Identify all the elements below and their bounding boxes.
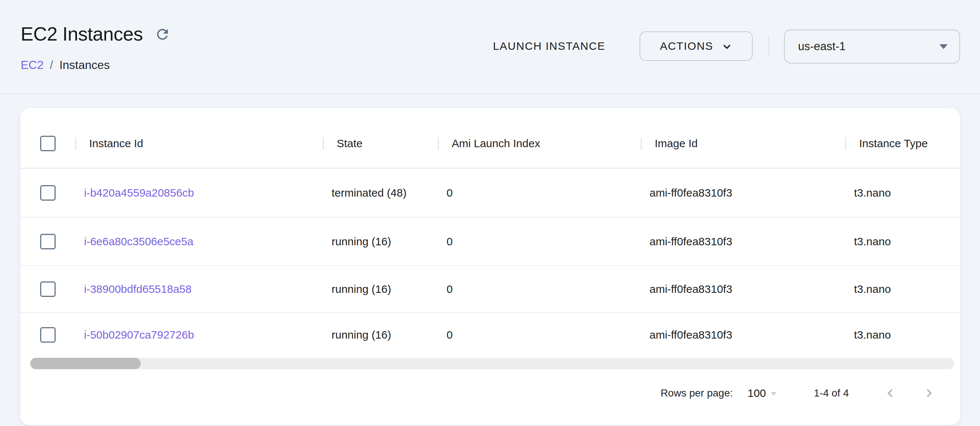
- table-row: i-6e6a80c3506e5ce5a running (16) 0 ami-f…: [20, 218, 960, 266]
- rows-per-page-value: 100: [748, 387, 766, 399]
- caret-down-icon: [939, 43, 948, 49]
- horizontal-scrollbar-thumb[interactable]: [30, 358, 141, 369]
- column-header-ami-launch-index[interactable]: Ami Launch Index: [438, 137, 641, 150]
- instance-type-cell: t3.nano: [845, 187, 960, 199]
- column-header-instance-type[interactable]: Instance Type: [845, 137, 960, 150]
- ami-launch-index-cell: 0: [438, 235, 641, 248]
- instance-id-link[interactable]: i-6e6a80c3506e5ce5a: [84, 235, 193, 248]
- table-header-row: Instance Id State Ami Launch Index Image…: [20, 108, 960, 169]
- image-id-cell: ami-ff0fea8310f3: [641, 187, 845, 199]
- select-all-checkbox[interactable]: [40, 136, 56, 151]
- instances-card: Instance Id State Ami Launch Index Image…: [20, 108, 960, 425]
- state-cell: running (16): [323, 283, 438, 295]
- horizontal-scrollbar-track[interactable]: [30, 358, 954, 369]
- region-selector-value: us-east-1: [798, 40, 846, 53]
- column-separator: [641, 137, 642, 150]
- ami-launch-index-cell: 0: [438, 283, 641, 295]
- header-divider: [0, 94, 980, 94]
- row-checkbox[interactable]: [40, 327, 56, 343]
- actions-button[interactable]: ACTIONS: [640, 31, 752, 61]
- table-row: i-b420a4559a20856cb terminated (48) 0 am…: [20, 169, 960, 218]
- breadcrumb-link-ec2[interactable]: EC2: [21, 58, 43, 72]
- select-all-cell: [20, 136, 75, 151]
- next-page-button[interactable]: [922, 386, 937, 400]
- column-header-image-id[interactable]: Image Id: [641, 137, 845, 150]
- breadcrumb-current: Instances: [59, 58, 110, 72]
- instance-id-link[interactable]: i-b420a4559a20856cb: [84, 187, 194, 199]
- state-cell: running (16): [323, 235, 438, 248]
- refresh-icon: [154, 26, 170, 42]
- instance-type-cell: t3.nano: [845, 235, 960, 248]
- row-checkbox[interactable]: [40, 185, 56, 201]
- instance-type-cell: t3.nano: [845, 329, 960, 341]
- ami-launch-index-cell: 0: [438, 187, 641, 199]
- column-separator: [323, 137, 324, 150]
- table-row: i-38900bdfd65518a58 running (16) 0 ami-f…: [20, 266, 960, 313]
- pagination-range: 1-4 of 4: [814, 387, 849, 399]
- image-id-cell: ami-ff0fea8310f3: [641, 283, 845, 295]
- actions-button-label: ACTIONS: [660, 40, 713, 53]
- previous-page-button[interactable]: [883, 386, 897, 400]
- page-title: EC2 Instances: [21, 24, 143, 45]
- instance-type-cell: t3.nano: [845, 283, 960, 295]
- breadcrumb-separator: /: [50, 58, 53, 72]
- column-separator: [75, 137, 76, 150]
- chevron-right-icon: [923, 386, 936, 400]
- ami-launch-index-cell: 0: [438, 329, 641, 341]
- refresh-button[interactable]: [154, 26, 171, 43]
- state-cell: terminated (48): [323, 187, 438, 199]
- column-header-instance-id[interactable]: Instance Id: [75, 137, 323, 150]
- rows-per-page-label: Rows per page:: [660, 387, 733, 399]
- chevron-left-icon: [883, 386, 897, 400]
- region-selector[interactable]: us-east-1: [784, 30, 960, 64]
- toolbar-divider: [768, 35, 769, 57]
- instance-id-link[interactable]: i-50b02907ca792726b: [84, 329, 194, 341]
- column-header-state[interactable]: State: [323, 137, 438, 150]
- pagination-bar: Rows per page: 100 1-4 of 4: [660, 381, 937, 406]
- column-separator: [845, 137, 846, 150]
- table-row: i-50b02907ca792726b running (16) 0 ami-f…: [20, 313, 960, 357]
- image-id-cell: ami-ff0fea8310f3: [641, 329, 845, 341]
- chevron-down-icon: [721, 41, 732, 53]
- row-checkbox[interactable]: [40, 234, 56, 249]
- instance-id-link[interactable]: i-38900bdfd65518a58: [84, 283, 192, 295]
- page-header: EC2 Instances: [21, 24, 171, 45]
- launch-instance-button[interactable]: LAUNCH INSTANCE: [490, 35, 608, 57]
- caret-down-icon: [770, 392, 777, 396]
- breadcrumb: EC2 / Instances: [21, 58, 110, 72]
- column-separator: [438, 137, 439, 150]
- image-id-cell: ami-ff0fea8310f3: [641, 235, 845, 248]
- rows-per-page-select[interactable]: 100: [748, 387, 777, 399]
- state-cell: running (16): [323, 329, 438, 341]
- row-checkbox[interactable]: [40, 281, 56, 297]
